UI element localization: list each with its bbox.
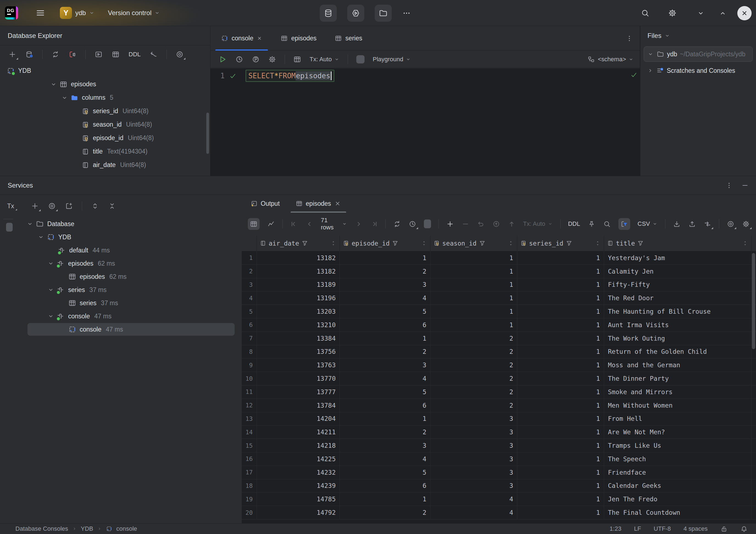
row-number[interactable]: 14	[242, 425, 257, 439]
open-table-icon[interactable]	[112, 50, 120, 59]
cell-air_date[interactable]: 13777	[257, 386, 340, 399]
main-menu-icon[interactable]	[35, 8, 45, 18]
cell-episode_id[interactable]: 3	[340, 278, 430, 291]
commit-icon[interactable]	[508, 220, 516, 228]
row-number[interactable]: 13	[242, 412, 257, 425]
import-data-icon[interactable]	[688, 220, 696, 228]
cell-series_id[interactable]: 1	[517, 493, 604, 506]
close-window-button[interactable]	[737, 6, 752, 20]
cell-season_id[interactable]: 1	[430, 278, 517, 291]
find-icon[interactable]	[603, 220, 611, 228]
view-settings-icon[interactable]	[727, 220, 735, 228]
cell-season_id[interactable]: 3	[430, 425, 517, 439]
cell-air_date[interactable]: 13182	[257, 265, 340, 278]
tree-item-series_id[interactable]: series_idUint64(8)	[0, 104, 210, 118]
grid-settings-icon[interactable]	[742, 220, 750, 228]
previous-page-icon[interactable]	[306, 220, 313, 228]
cell-series_id[interactable]: 1	[517, 466, 604, 479]
cell-series_id[interactable]: 1	[517, 251, 604, 264]
column-header-episode_id[interactable]: episode_id	[340, 235, 430, 251]
stop-button[interactable]	[356, 55, 364, 64]
page-size-selector[interactable]: 71 rows	[321, 217, 347, 231]
cell-series_id[interactable]: 1	[517, 506, 604, 519]
tab-series[interactable]: series	[329, 26, 367, 50]
cell-air_date[interactable]: 13182	[257, 251, 340, 264]
vcs-chevron-icon[interactable]	[154, 10, 160, 16]
breadcrumb-item[interactable]: YDB	[81, 525, 93, 532]
disconnect-icon[interactable]	[68, 50, 77, 59]
row-number[interactable]: 18	[242, 479, 257, 493]
cell-episode_id[interactable]: 3	[340, 359, 430, 372]
cell-season_id[interactable]: 3	[430, 479, 517, 493]
column-header-air_date[interactable]: air_date	[257, 235, 340, 251]
cell-season_id[interactable]: 1	[430, 265, 517, 278]
cell-episode_id[interactable]: 2	[340, 345, 430, 359]
tree-item-season_id[interactable]: season_idUint64(8)	[0, 118, 210, 131]
reload-data-icon[interactable]	[393, 220, 401, 228]
project-avatar[interactable]: Y	[60, 7, 72, 19]
cell-series_id[interactable]: 1	[517, 439, 604, 452]
cell-title[interactable]: Are We Not Men?	[604, 425, 752, 439]
row-number[interactable]: 6	[242, 318, 257, 332]
panel-options-icon[interactable]	[725, 182, 733, 189]
open-in-new-tab-icon[interactable]	[65, 202, 73, 210]
row-number[interactable]: 20	[242, 506, 257, 519]
first-page-icon[interactable]	[290, 220, 298, 228]
row-number[interactable]: 2	[242, 265, 257, 278]
explain-plan-icon[interactable]	[252, 55, 260, 64]
cell-episode_id[interactable]: 6	[340, 399, 430, 412]
run-config-button[interactable]	[347, 5, 364, 22]
cell-season_id[interactable]: 3	[430, 439, 517, 452]
cell-title[interactable]: From Hell	[604, 412, 752, 425]
cell-air_date[interactable]: 14225	[257, 452, 340, 466]
grid-view-button[interactable]	[248, 218, 259, 230]
datasource-properties-icon[interactable]	[25, 50, 34, 59]
tree-item-Database[interactable]: Database	[0, 217, 242, 230]
tree-item-console[interactable]: console47 ms	[0, 309, 242, 323]
cell-title[interactable]: Fifty-Fifty	[604, 278, 752, 291]
cell-series_id[interactable]: 1	[517, 278, 604, 291]
cell-season_id[interactable]: 4	[430, 493, 517, 506]
row-number[interactable]: 19	[242, 493, 257, 506]
row-number[interactable]: 15	[242, 439, 257, 452]
cell-series_id[interactable]: 1	[517, 386, 604, 399]
cell-season_id[interactable]: 4	[430, 506, 517, 519]
refresh-icon[interactable]	[51, 50, 60, 59]
grid-corner[interactable]	[242, 235, 257, 251]
cell-episode_id[interactable]: 5	[340, 305, 430, 318]
cell-title[interactable]: Return of the Golden Child	[604, 345, 752, 359]
close-tab-icon[interactable]	[334, 200, 341, 207]
tree-item-air_date[interactable]: air_dateUint64(8)	[0, 158, 210, 172]
cell-air_date[interactable]: 14211	[257, 425, 340, 439]
history-icon[interactable]	[235, 55, 243, 64]
cell-air_date[interactable]: 13189	[257, 278, 340, 291]
cell-season_id[interactable]: 1	[430, 291, 517, 305]
row-number[interactable]: 16	[242, 452, 257, 466]
file-item-scratches[interactable]: Scratches and Consoles	[644, 63, 753, 78]
cell-episode_id[interactable]: 4	[340, 291, 430, 305]
cell-air_date[interactable]: 13756	[257, 345, 340, 359]
cell-season_id[interactable]: 1	[430, 318, 517, 332]
cell-season_id[interactable]: 2	[430, 399, 517, 412]
cell-series_id[interactable]: 1	[517, 399, 604, 412]
delete-row-icon[interactable]	[462, 220, 470, 228]
inspections-ok-icon[interactable]	[630, 71, 637, 79]
cell-air_date[interactable]: 13770	[257, 372, 340, 385]
cell-title[interactable]: Jen The Fredo	[604, 493, 752, 506]
database-tool-button[interactable]	[320, 5, 337, 22]
tab-options-icon[interactable]	[626, 35, 633, 42]
cell-series_id[interactable]: 1	[517, 425, 604, 439]
cell-title[interactable]: Smoke and Mirrors	[604, 386, 752, 399]
cell-series_id[interactable]: 1	[517, 412, 604, 425]
row-number[interactable]: 11	[242, 386, 257, 399]
cell-air_date[interactable]: 13210	[257, 318, 340, 332]
column-header-season_id[interactable]: season_id	[430, 235, 517, 251]
editor-content[interactable]: 1 SELECT*FROMepisodes	[210, 68, 640, 176]
add-row-icon[interactable]	[446, 220, 454, 228]
row-number[interactable]: 8	[242, 345, 257, 359]
run-icon[interactable]	[218, 55, 227, 64]
tree-item-YDB[interactable]: YDB	[0, 64, 210, 77]
cell-series_id[interactable]: 1	[517, 345, 604, 359]
tx-mode-selector[interactable]: Tx: Auto	[310, 56, 339, 63]
data-extractor-icon[interactable]	[704, 220, 712, 228]
